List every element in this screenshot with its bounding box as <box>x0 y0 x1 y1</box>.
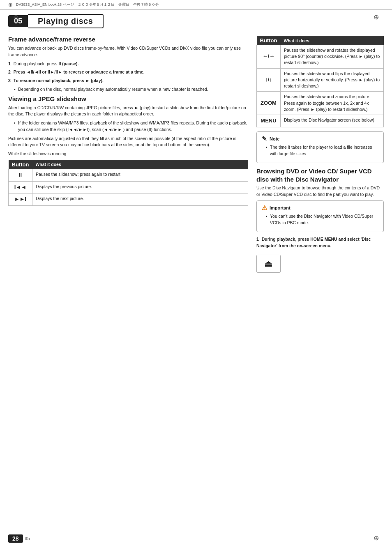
right-desc-cell: Pauses the slideshow and flips the displ… <box>280 68 383 92</box>
right-table-col1: Button <box>257 36 281 45</box>
slideshow-desc-cell: Pauses the slideshow; press again to res… <box>32 169 248 181</box>
slideshow-table-col1: Button <box>9 160 32 169</box>
step-2-text: Press ◄II/◄II or II►/II► to reverse or a… <box>14 69 145 74</box>
frame-advance-heading: Frame advance/frame reverse <box>8 36 248 43</box>
chapter-tab: 05 Playing discs <box>0 10 392 28</box>
browsing-body: Use the Disc Navigator to browse through… <box>256 185 384 198</box>
page-number: 28 <box>8 534 23 543</box>
right-btn-cell: MENU <box>257 115 281 127</box>
right-desc-cell: Displays the Disc Navigator screen (see … <box>280 115 383 127</box>
browsing-step-1-num: 1 <box>256 237 259 242</box>
slideshow-table-col2: What it does <box>32 160 248 169</box>
note-bullets: The time it takes for the player to load… <box>262 144 378 157</box>
step-1: 1 During playback, press II (pause). <box>8 61 248 67</box>
note-text: The time it takes for the player to load… <box>266 144 378 157</box>
slideshow-table-row: II Pauses the slideshow; press again to … <box>9 169 248 181</box>
step-3-end: (play). <box>91 78 104 83</box>
browsing-step-1-text: During playback, press HOME MENU and sel… <box>256 237 371 248</box>
right-btn-cell: ↑/↓ <box>257 68 281 92</box>
important-title-text: Important <box>270 205 291 210</box>
right-table: Button What it does ←/→ Pauses the slide… <box>256 36 384 127</box>
right-table-row: ←/→ Pauses the slideshow and rotates the… <box>257 45 384 68</box>
slideshow-desc-cell: Displays the previous picture. <box>32 181 248 193</box>
disc-icon-header: ⊕ <box>8 2 13 8</box>
slideshow-table: Button What it does II Pauses the slides… <box>8 160 248 206</box>
jpeg-slideshow-bullets: If the folder contains WMA/MP3 files, pl… <box>8 120 248 133</box>
note-box: ✎ Note The time it takes for the player … <box>256 131 384 164</box>
frame-advance-section: Frame advance/frame reverse You can adva… <box>8 36 248 93</box>
jpeg-slideshow-section: Viewing a JPEG slideshow After loading a… <box>8 95 248 206</box>
right-btn-cell: ←/→ <box>257 45 281 68</box>
step-3: 3 To resume normal playback, press ► (pl… <box>8 78 248 84</box>
browsing-step-1: 1 During playback, press HOME MENU and s… <box>256 236 384 249</box>
right-desc-cell: Pauses the slideshow and rotates the dis… <box>280 45 383 68</box>
right-column: Button What it does ←/→ Pauses the slide… <box>256 36 384 273</box>
page-footer: 28 En <box>8 534 30 543</box>
disc-image: ⏏ <box>256 255 281 273</box>
header-bar: ⊕ DV393S_ASIA_EN.book 28 ページ ２００６年５月１２日 … <box>0 0 392 10</box>
jpeg-slideshow-body2: Pictures are automatically adjusted so t… <box>8 136 248 149</box>
step-3-text: To resume normal playback, press ► <box>14 78 90 83</box>
step-2: 2 Press ◄II/◄II or II►/II► to reverse or… <box>8 69 248 76</box>
slideshow-btn-cell: ►►I <box>9 193 32 206</box>
step-2-num: 2 <box>8 69 11 74</box>
slideshow-table-row: I◄◄ Displays the previous picture. <box>9 181 248 193</box>
important-text: You can't use the Disc Navigator with Vi… <box>266 213 378 226</box>
right-table-row: ZOOM Pauses the slideshow and zooms the … <box>257 92 384 115</box>
note-title-text: Note <box>270 136 279 141</box>
right-desc-cell: Pauses the slideshow and zooms the pictu… <box>280 92 383 115</box>
important-box: ⚠ Important You can't use the Disc Navig… <box>256 200 384 233</box>
lang-label: En <box>25 537 30 541</box>
note-icon: ✎ <box>262 135 267 143</box>
chapter-number: 05 <box>8 15 28 27</box>
important-icon: ⚠ <box>262 204 267 212</box>
slideshow-btn-cell: I◄◄ <box>9 181 32 193</box>
jpeg-slideshow-body: After loading a CD/CD-R/RW containing JP… <box>8 105 248 118</box>
important-bullets: You can't use the Disc Navigator with Vi… <box>262 213 378 226</box>
slideshow-table-row: ►►I Displays the next picture. <box>9 193 248 206</box>
reg-mark-br: ⊕ <box>374 534 379 542</box>
note-title: ✎ Note <box>262 135 378 143</box>
browsing-heading: Browsing DVD or Video CD/ Super VCD disc… <box>256 167 384 183</box>
step-1-bold: II (pause). <box>59 61 79 66</box>
right-table-row: MENU Displays the Disc Navigator screen … <box>257 115 384 127</box>
frame-advance-bullet-1: Depending on the disc, normal playback m… <box>14 86 248 93</box>
chapter-title: Playing discs <box>28 14 104 28</box>
right-btn-cell: ZOOM <box>257 92 281 115</box>
main-content: Frame advance/frame reverse You can adva… <box>0 28 392 277</box>
left-column: Frame advance/frame reverse You can adva… <box>8 36 248 273</box>
frame-advance-bullets: Depending on the disc, normal playback m… <box>8 86 248 93</box>
right-table-col2: What it does <box>280 36 383 45</box>
jpeg-slideshow-bullet-1: If the folder contains WMA/MP3 files, pl… <box>14 120 248 133</box>
step-1-num: 1 <box>8 61 11 66</box>
frame-advance-body: You can advance or back up DVD discs fra… <box>8 45 248 58</box>
jpeg-slideshow-heading: Viewing a JPEG slideshow <box>8 95 248 102</box>
browsing-section: Browsing DVD or Video CD/ Super VCD disc… <box>256 167 384 273</box>
disc-icon-footer: ⏏ <box>264 258 273 269</box>
step-3-num: 3 <box>8 78 11 83</box>
slideshow-btn-cell: II <box>9 169 32 181</box>
step-1-text: During playback, press <box>14 61 58 66</box>
slideshow-desc-cell: Displays the next picture. <box>32 193 248 206</box>
jpeg-slideshow-body3: While the slideshow is running: <box>8 151 248 157</box>
important-title: ⚠ Important <box>262 204 378 212</box>
right-table-row: ↑/↓ Pauses the slideshow and flips the d… <box>257 68 384 92</box>
header-text: DV393S_ASIA_EN.book 28 ページ ２００６年５月１２日 金曜… <box>16 2 159 7</box>
